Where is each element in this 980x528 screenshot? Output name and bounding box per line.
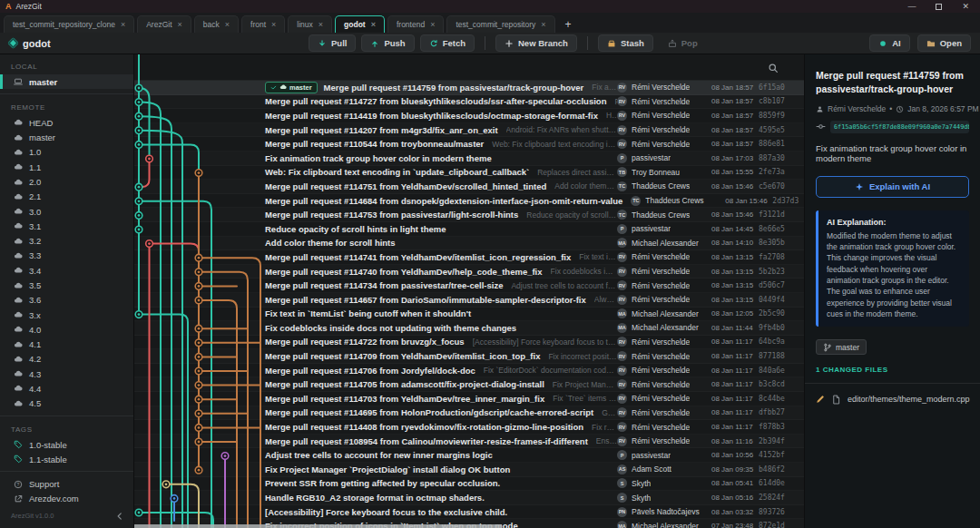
commit-row[interactable]: Reduce opacity of scroll hints in light …	[134, 222, 804, 237]
sidebar-item-3.5[interactable]: 3.5	[0, 278, 133, 292]
sidebar-item-1.0-stable[interactable]: 1.0-stable	[0, 437, 133, 452]
sidebar-item-3.6[interactable]: 3.6	[0, 293, 133, 308]
minimize-icon[interactable]: —	[907, 3, 916, 11]
commit-row[interactable]: Merge pull request #114751 from YeldhamD…	[134, 180, 804, 194]
tab-close-icon[interactable]: ×	[225, 20, 230, 29]
tab-test_commit_repository_clone[interactable]: test_commit_repository_clone×	[4, 15, 134, 33]
commit-row[interactable]: Prevent SSR from getting affected by spe…	[134, 477, 804, 492]
tab-godot[interactable]: godot×	[335, 15, 385, 33]
tab-front[interactable]: front×	[241, 15, 285, 33]
sidebar-item-2.1[interactable]: 2.1	[0, 190, 133, 204]
commit-row[interactable]: Merge pull request #114709 from YeldhamD…	[134, 349, 804, 364]
sidebar-item-master[interactable]: master	[0, 131, 133, 145]
sidebar-item-1.1[interactable]: 1.1	[0, 160, 133, 174]
commit-row[interactable]: Fix Project Manager `ProjectDialog` inst…	[134, 463, 804, 477]
sidebar-item-1.0[interactable]: 1.0	[0, 145, 133, 160]
commit-row[interactable]: Merge pull request #110544 from troybonn…	[134, 137, 804, 152]
new-tab-button[interactable]: +	[558, 18, 579, 33]
sidebar-item-3.1[interactable]: 3.1	[0, 219, 133, 233]
commit-row[interactable]: Merge pull request #114703 from YeldhamD…	[134, 392, 804, 406]
sidebar-item-3.3[interactable]: 3.3	[0, 249, 133, 263]
fetch-button[interactable]: Fetch	[420, 34, 475, 52]
commit-row[interactable]: Fix text in `ItemList` being cutoff when…	[134, 308, 804, 322]
ai-button[interactable]: AI	[869, 34, 910, 52]
commit-row[interactable]: masterMerge pull request #114759 from pa…	[134, 81, 804, 95]
commit-row[interactable]: Merge pull request #114706 from Jordyfel…	[134, 364, 804, 378]
commit-row[interactable]: Handle RGB10_A2 storage format in octmap…	[134, 491, 804, 505]
collapse-sidebar-button[interactable]	[115, 512, 124, 521]
commit-detail-title: Merge pull request #114759 from passives…	[816, 69, 969, 95]
commit-row[interactable]: [Accessibility] Force keyboard focus to …	[134, 505, 804, 520]
sidebar-item-3.0[interactable]: 3.0	[0, 204, 133, 219]
tab-back[interactable]: back×	[194, 15, 239, 33]
commit-author: Rémi Verschelde	[632, 140, 690, 149]
tab-close-icon[interactable]: ×	[430, 20, 435, 29]
sidebar-item-HEAD[interactable]: HEAD	[0, 115, 133, 130]
new-branch-button[interactable]: New Branch	[495, 34, 577, 52]
search-icon[interactable]	[768, 59, 779, 75]
avatar: RV	[617, 83, 627, 93]
push-button[interactable]: Push	[361, 34, 414, 52]
tab-close-icon[interactable]: ×	[121, 20, 125, 29]
sidebar-item-4.5[interactable]: 4.5	[0, 396, 133, 411]
commit-row[interactable]: Merge pull request #114722 from bruvzg/x…	[134, 336, 804, 350]
pull-button[interactable]: Pull	[309, 34, 356, 52]
commit-row[interactable]: Merge pull request #114741 from YeldhamD…	[134, 250, 804, 265]
commit-row[interactable]: Merge pull request #114727 from blueskyt…	[134, 95, 804, 110]
pop-button[interactable]: Pop	[659, 34, 707, 52]
commit-row[interactable]: Fix animation track group hover color in…	[134, 152, 804, 166]
commit-row[interactable]: Merge pull request #114734 from passives…	[134, 279, 804, 293]
arrow-up-icon	[370, 39, 379, 48]
commit-date: 08 Jan 11:17	[711, 367, 759, 375]
stash-button[interactable]: Stash	[598, 34, 653, 52]
commit-title: Merge pull request #114759 from passives…	[324, 83, 584, 93]
sidebar-item-4.4[interactable]: 4.4	[0, 381, 133, 396]
sidebar-item-master[interactable]: master	[0, 74, 133, 89]
tab-close-icon[interactable]: ×	[541, 20, 545, 29]
changed-file-row[interactable]: editor/themes/theme_modern.cpp	[816, 395, 969, 405]
commit-row[interactable]: Merge pull request #114408 from ryevdoki…	[134, 420, 804, 435]
tab-ArezGit[interactable]: ArezGit×	[137, 15, 191, 33]
commit-row[interactable]: Add color theme for scroll hintsMAMichae…	[134, 237, 804, 251]
commit-row[interactable]: Merge pull request #114419 from blueskyt…	[134, 109, 804, 123]
commit-row[interactable]: Merge pull request #114657 from DarioSam…	[134, 293, 804, 308]
sidebar-link-support[interactable]: ?Support	[0, 476, 133, 491]
commit-date: 08 Jan 11:17	[711, 408, 759, 416]
tab-close-icon[interactable]: ×	[271, 20, 276, 29]
commit-row[interactable]: Merge pull request #114207 from m4gr3d/f…	[134, 123, 804, 138]
tab-close-icon[interactable]: ×	[178, 20, 182, 29]
sidebar-item-4.1[interactable]: 4.1	[0, 337, 133, 351]
tab-close-icon[interactable]: ×	[371, 20, 376, 29]
open-button[interactable]: Open	[917, 34, 971, 52]
commit-date: 08 Jan 13:15	[711, 253, 759, 261]
sidebar-item-4.0[interactable]: 4.0	[0, 322, 133, 337]
tab-linux[interactable]: linux×	[288, 15, 332, 33]
tab-frontend[interactable]: frontend×	[387, 15, 444, 33]
commit-row[interactable]: Merge pull request #114740 from YeldhamD…	[134, 265, 804, 279]
tab-close-icon[interactable]: ×	[318, 20, 323, 29]
branch-chip[interactable]: master	[816, 339, 867, 355]
sidebar-item-3.x[interactable]: 3.x	[0, 308, 133, 322]
sidebar-item-2.0[interactable]: 2.0	[0, 174, 133, 189]
commit-row[interactable]: Merge pull request #114695 from HolonPro…	[134, 406, 804, 421]
sidebar-item-3.2[interactable]: 3.2	[0, 234, 133, 249]
commit-row[interactable]: Adjust tree cells to account for new inn…	[134, 448, 804, 463]
sidebar-link-arezdev.com[interactable]: Arezdev.com	[0, 492, 133, 506]
commit-row[interactable]: Merge pull request #114684 from dsnopek/…	[134, 194, 804, 209]
commit-row[interactable]: Merge pull request #108954 from Calinou/…	[134, 435, 804, 449]
sidebar-item-4.3[interactable]: 4.3	[0, 367, 133, 381]
horizontal-scrollbar[interactable]	[134, 524, 502, 528]
explain-with-ai-button[interactable]: Explain with AI	[816, 176, 969, 198]
commit-row[interactable]: Merge pull request #114705 from adamscot…	[134, 377, 804, 392]
commit-row[interactable]: Merge pull request #114753 from passives…	[134, 208, 804, 222]
close-icon[interactable]: ✕	[962, 3, 969, 11]
tab-test_commit_repository[interactable]: test_commit_repository×	[446, 15, 554, 33]
commit-hash[interactable]: 6f15a05b6cf5f87de88e09f960a0e7a7449db640	[830, 121, 969, 133]
maximize-icon[interactable]	[936, 4, 942, 10]
commit-row[interactable]: Fix codeblocks inside docs not updating …	[134, 321, 804, 336]
sidebar-item-4.2[interactable]: 4.2	[0, 352, 133, 367]
commit-row[interactable]: Web: Fix clipboard text encoding in `upd…	[134, 166, 804, 181]
commit-author: Skyth	[632, 494, 651, 503]
sidebar-item-3.4[interactable]: 3.4	[0, 263, 133, 278]
sidebar-item-1.1-stable[interactable]: 1.1-stable	[0, 452, 133, 466]
